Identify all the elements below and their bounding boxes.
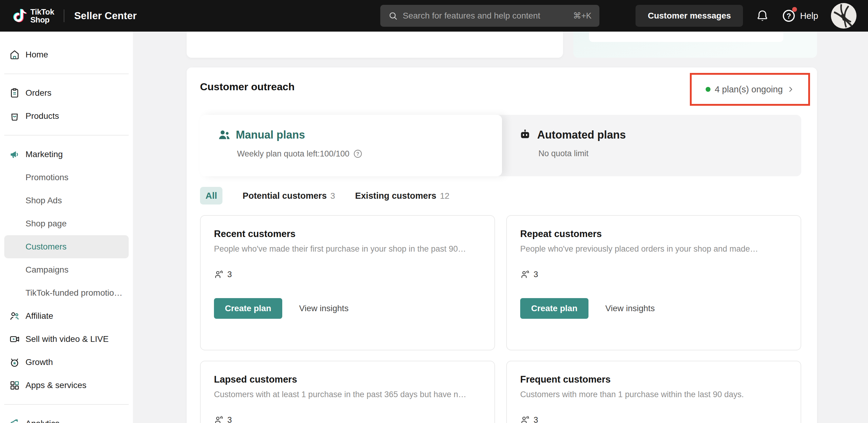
customer-outreach-section: Customer outreach 4 plan(s) ongoing Manu… bbox=[187, 67, 817, 423]
card-recent-customers: Recent customers People who've made thei… bbox=[200, 215, 495, 350]
audience-icon bbox=[214, 415, 224, 423]
audience-icon bbox=[520, 270, 530, 279]
view-insights-button[interactable]: View insights bbox=[299, 304, 349, 313]
sidebar-item-customers[interactable]: Customers bbox=[4, 235, 129, 258]
automated-plans-title: Automated plans bbox=[537, 129, 626, 141]
robot-icon bbox=[519, 128, 532, 142]
sidebar-item-marketing[interactable]: Marketing bbox=[0, 143, 133, 166]
notifications-button[interactable] bbox=[756, 9, 769, 23]
manual-plans-title: Manual plans bbox=[236, 129, 305, 141]
plan-type-switcher: Manual plans Weekly plan quota left:100/… bbox=[200, 115, 801, 176]
sidebar-item-campaigns[interactable]: Campaigns bbox=[0, 258, 133, 281]
card-description: People who've previously placed orders i… bbox=[520, 244, 787, 254]
sidebar-item-promotions[interactable]: Promotions bbox=[0, 166, 133, 189]
orders-icon bbox=[9, 87, 20, 98]
segment-cards-grid: Recent customers People who've made thei… bbox=[200, 215, 801, 423]
tab-automated-plans[interactable]: Automated plans No quota limit bbox=[502, 115, 801, 176]
automated-plans-quota: No quota limit bbox=[538, 149, 801, 158]
affiliate-icon bbox=[9, 311, 20, 321]
ongoing-status-dot bbox=[706, 87, 711, 92]
bell-icon bbox=[756, 9, 769, 23]
card-description: Customers with at least 1 purchase in th… bbox=[214, 390, 481, 399]
manual-plans-quota: Weekly plan quota left:100/100 ? bbox=[237, 149, 502, 159]
top-header: TikTok Shop Seller Center ⌘+K Customer m… bbox=[0, 0, 868, 32]
sidebar-item-orders[interactable]: Orders bbox=[0, 81, 133, 105]
search-icon bbox=[388, 11, 398, 21]
svg-text:?: ? bbox=[787, 12, 791, 20]
home-icon bbox=[9, 49, 20, 60]
customer-messages-button[interactable]: Customer messages bbox=[636, 5, 743, 27]
sidebar-divider bbox=[4, 404, 129, 405]
card-audience-count: 3 bbox=[214, 270, 481, 279]
card-title: Recent customers bbox=[214, 228, 481, 239]
help-label: Help bbox=[800, 11, 818, 21]
header-actions: Customer messages ? Help bbox=[636, 0, 857, 32]
card-title: Lapsed customers bbox=[214, 374, 481, 385]
section-title: Customer outreach bbox=[200, 81, 295, 93]
card-description: Customers with more than 1 purchase with… bbox=[520, 390, 787, 399]
audience-icon bbox=[520, 415, 530, 423]
quota-help-icon[interactable]: ? bbox=[353, 149, 363, 159]
apps-grid-icon bbox=[9, 380, 20, 391]
help-button[interactable]: ? Help bbox=[782, 9, 818, 23]
analytics-icon bbox=[9, 418, 20, 423]
sidebar-item-apps-services[interactable]: Apps & services bbox=[0, 374, 133, 397]
cutoff-card-right-inner bbox=[589, 32, 783, 42]
marketing-icon bbox=[9, 149, 20, 160]
sidebar-item-analytics[interactable]: Analytics bbox=[0, 412, 133, 423]
sidebar-item-shop-ads[interactable]: Shop Ads bbox=[0, 189, 133, 212]
sidebar-item-tiktok-funded-promotions[interactable]: TikTok-funded promotio… bbox=[0, 281, 133, 305]
sidebar-item-home[interactable]: Home bbox=[0, 43, 133, 66]
sidebar-item-sell-with-video-live[interactable]: Sell with video & LIVE bbox=[0, 328, 133, 351]
card-repeat-customers: Repeat customers People who've previousl… bbox=[506, 215, 801, 350]
card-lapsed-customers: Lapsed customers Customers with at least… bbox=[200, 361, 495, 423]
help-notification-dot bbox=[792, 7, 797, 12]
global-search[interactable]: ⌘+K bbox=[380, 5, 599, 27]
cutoff-card-right bbox=[573, 32, 817, 58]
create-plan-button[interactable]: Create plan bbox=[520, 298, 588, 319]
audience-icon bbox=[214, 270, 224, 279]
filter-existing-customers[interactable]: Existing customers 12 bbox=[355, 191, 450, 201]
potential-count: 3 bbox=[331, 191, 335, 201]
filter-all[interactable]: All bbox=[200, 187, 222, 204]
card-title: Repeat customers bbox=[520, 228, 787, 239]
seller-center-page: TikTok Shop Seller Center ⌘+K Customer m… bbox=[0, 0, 868, 423]
svg-text:?: ? bbox=[356, 151, 359, 157]
card-audience-count: 3 bbox=[520, 415, 787, 423]
search-input[interactable] bbox=[403, 11, 568, 21]
cutoff-card-left bbox=[187, 32, 563, 58]
product-name: Seller Center bbox=[74, 10, 136, 22]
sidebar-divider bbox=[4, 135, 129, 136]
ongoing-plans-link[interactable]: 4 plan(s) ongoing bbox=[715, 84, 783, 94]
sidebar-item-products[interactable]: Products bbox=[0, 105, 133, 128]
search-shortcut: ⌘+K bbox=[573, 11, 591, 21]
tab-manual-plans[interactable]: Manual plans Weekly plan quota left:100/… bbox=[200, 115, 502, 176]
chevron-right-icon bbox=[787, 86, 794, 93]
card-audience-count: 3 bbox=[214, 415, 481, 423]
products-icon bbox=[9, 111, 20, 121]
logo-wordmark: TikTok Shop bbox=[30, 8, 54, 24]
avatar-image bbox=[831, 3, 857, 29]
sidebar-item-affiliate[interactable]: Affiliate bbox=[0, 305, 133, 328]
sidebar-item-shop-page[interactable]: Shop page bbox=[0, 212, 133, 235]
create-plan-button[interactable]: Create plan bbox=[214, 298, 282, 319]
sidebar: Home Orders Products Marketing bbox=[0, 32, 133, 423]
card-title: Frequent customers bbox=[520, 374, 787, 385]
annotation-red-box: 4 plan(s) ongoing bbox=[690, 73, 810, 106]
view-insights-button[interactable]: View insights bbox=[606, 304, 655, 313]
card-description: People who've made their first purchase … bbox=[214, 244, 481, 254]
customer-filters: All Potential customers 3 Existing custo… bbox=[200, 187, 450, 204]
filter-potential-customers[interactable]: Potential customers 3 bbox=[243, 191, 335, 201]
header-divider bbox=[64, 9, 64, 22]
existing-count: 12 bbox=[440, 191, 450, 201]
video-camera-icon bbox=[9, 334, 20, 345]
tiktok-shop-logo[interactable]: TikTok Shop bbox=[13, 7, 54, 24]
card-audience-count: 3 bbox=[520, 270, 787, 279]
card-frequent-customers: Frequent customers Customers with more t… bbox=[506, 361, 801, 423]
sidebar-item-growth[interactable]: Growth bbox=[0, 351, 133, 374]
avatar[interactable] bbox=[831, 3, 857, 29]
growth-icon bbox=[9, 357, 20, 368]
people-group-icon bbox=[218, 128, 231, 142]
sidebar-divider bbox=[4, 74, 129, 74]
tiktok-note-icon bbox=[13, 7, 28, 24]
